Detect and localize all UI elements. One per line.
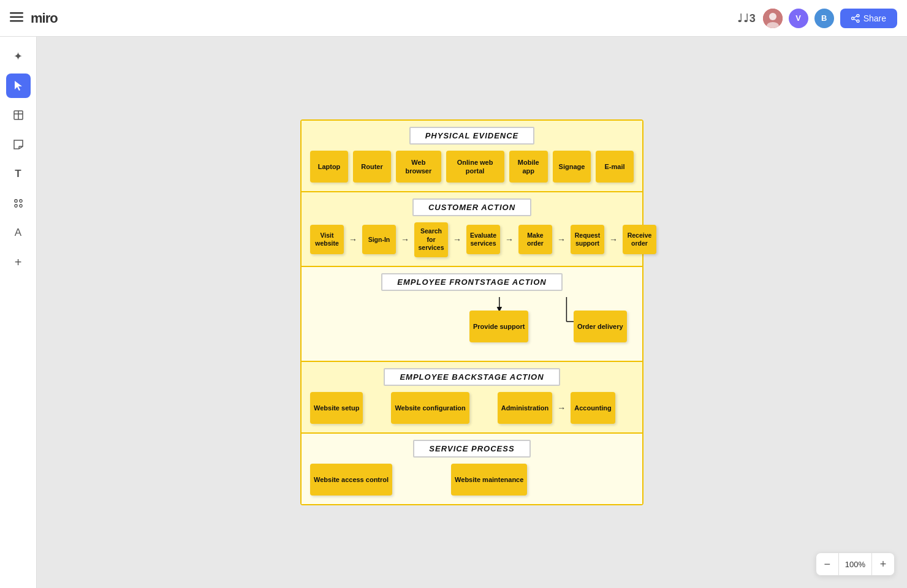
- service-process-title: SERVICE PROCESS: [413, 440, 530, 458]
- sticky-mobile-app[interactable]: Mobile app: [509, 151, 548, 183]
- service-blueprint: PHYSICAL EVIDENCE Laptop Router Web brow…: [300, 119, 643, 505]
- customer-action-title: CUSTOMER ACTION: [412, 198, 531, 216]
- arrow-7: →: [557, 403, 566, 413]
- sticky-make-order[interactable]: Make order: [518, 225, 552, 254]
- employee-frontstage-section: EMPLOYEE FRONTSTAGE ACTION Provid: [302, 267, 642, 362]
- sticky-router[interactable]: Router: [353, 151, 391, 183]
- svg-rect-1: [10, 17, 23, 18]
- zoom-out-button[interactable]: −: [816, 553, 838, 575]
- sticky-order-delivery[interactable]: Order delivery: [574, 311, 627, 342]
- employee-backstage-row: Website setup Website configuration Admi…: [310, 392, 634, 424]
- svg-point-8: [851, 17, 854, 20]
- sticky-accounting[interactable]: Accounting: [571, 392, 615, 424]
- share-button[interactable]: Share: [840, 9, 897, 28]
- sticky-sign-in[interactable]: Sign-In: [362, 225, 396, 254]
- svg-point-18: [14, 200, 17, 202]
- customer-action-row: Visit website → Sign-In → Search for ser…: [310, 222, 634, 257]
- zoom-controls: − 100% +: [816, 552, 895, 576]
- cursor-sidebar-btn[interactable]: [6, 74, 31, 98]
- avatar-user: [763, 9, 783, 28]
- zoom-level: 100%: [838, 553, 872, 575]
- svg-point-21: [19, 205, 21, 207]
- svg-marker-15: [14, 140, 23, 149]
- add-sidebar-btn[interactable]: +: [6, 250, 31, 274]
- sticky-visit-website[interactable]: Visit website: [310, 225, 344, 254]
- arrow-5: →: [557, 235, 566, 244]
- magic-sidebar-btn[interactable]: ✦: [6, 44, 31, 69]
- table-sidebar-btn[interactable]: [6, 103, 31, 127]
- sidebar: ✦ T A +: [0, 37, 37, 588]
- svg-marker-11: [15, 81, 22, 91]
- service-process-section: SERVICE PROCESS Website access control W…: [302, 434, 642, 504]
- physical-evidence-section: PHYSICAL EVIDENCE Laptop Router Web brow…: [302, 121, 642, 192]
- zoom-in-button[interactable]: +: [872, 553, 894, 575]
- sticky-administration[interactable]: Administration: [498, 392, 553, 424]
- sticky-website-configuration[interactable]: Website configuration: [391, 392, 469, 424]
- svg-rect-2: [10, 20, 23, 22]
- sticky-search-services[interactable]: Search for services: [414, 222, 448, 257]
- sticky-website-maintenance[interactable]: Website maintenance: [451, 464, 527, 496]
- svg-point-20: [14, 205, 17, 207]
- physical-evidence-title: PHYSICAL EVIDENCE: [409, 127, 535, 145]
- arrow-1: →: [349, 235, 357, 244]
- svg-point-4: [769, 13, 776, 20]
- service-process-row: Website access control Website maintenan…: [310, 464, 634, 496]
- sticky-website-access-control[interactable]: Website access control: [310, 464, 392, 496]
- miro-logo[interactable]: miro: [31, 10, 58, 26]
- share-label: Share: [863, 13, 886, 23]
- svg-line-9: [854, 16, 857, 18]
- hamburger-menu-icon[interactable]: [10, 11, 23, 25]
- svg-line-10: [854, 19, 857, 21]
- sticky-online-web-portal[interactable]: Online web portal: [446, 151, 504, 183]
- sticky-evaluate-services[interactable]: Evaluate services: [466, 225, 500, 254]
- avatar-v: V: [789, 9, 808, 28]
- sticky-provide-support[interactable]: Provide support: [469, 311, 528, 342]
- physical-evidence-row: Laptop Router Web browser Online web por…: [310, 151, 634, 183]
- svg-point-6: [857, 14, 859, 17]
- topbar: miro ♩♩3 V B Share: [0, 0, 907, 37]
- sticky-note-sidebar-btn[interactable]: [6, 132, 31, 157]
- topbar-right: ♩♩3 V B Share: [737, 9, 897, 28]
- arrow-2: →: [401, 235, 409, 244]
- arrow-6: →: [609, 235, 618, 244]
- sticky-request-support[interactable]: Request support: [571, 225, 604, 254]
- svg-point-7: [857, 20, 859, 22]
- canvas: PHYSICAL EVIDENCE Laptop Router Web brow…: [37, 37, 907, 588]
- avatar-b: B: [814, 9, 834, 28]
- employee-backstage-section: EMPLOYEE BACKSTAGE ACTION Website setup …: [302, 362, 642, 434]
- sticky-signage[interactable]: Signage: [553, 151, 591, 183]
- arrow-4: →: [505, 235, 514, 244]
- sticky-receive-order[interactable]: Receive order: [623, 225, 656, 254]
- sticky-website-setup[interactable]: Website setup: [310, 392, 363, 424]
- sticky-email[interactable]: E-mail: [596, 151, 634, 183]
- text-sidebar-btn[interactable]: T: [6, 162, 31, 186]
- employee-frontstage-title: EMPLOYEE FRONTSTAGE ACTION: [381, 273, 562, 291]
- sticky-web-browser[interactable]: Web browser: [396, 151, 441, 183]
- svg-point-19: [19, 200, 21, 202]
- employee-backstage-title: EMPLOYEE BACKSTAGE ACTION: [384, 368, 560, 386]
- music-icon: ♩♩3: [737, 12, 757, 25]
- font-sidebar-btn[interactable]: A: [6, 221, 31, 245]
- arrow-3: →: [453, 235, 461, 244]
- customer-action-section: CUSTOMER ACTION Visit website → Sign-In …: [302, 192, 642, 267]
- topbar-left: miro: [10, 10, 58, 26]
- sticky-laptop[interactable]: Laptop: [310, 151, 348, 183]
- svg-rect-0: [10, 12, 23, 14]
- templates-sidebar-btn[interactable]: [6, 191, 31, 216]
